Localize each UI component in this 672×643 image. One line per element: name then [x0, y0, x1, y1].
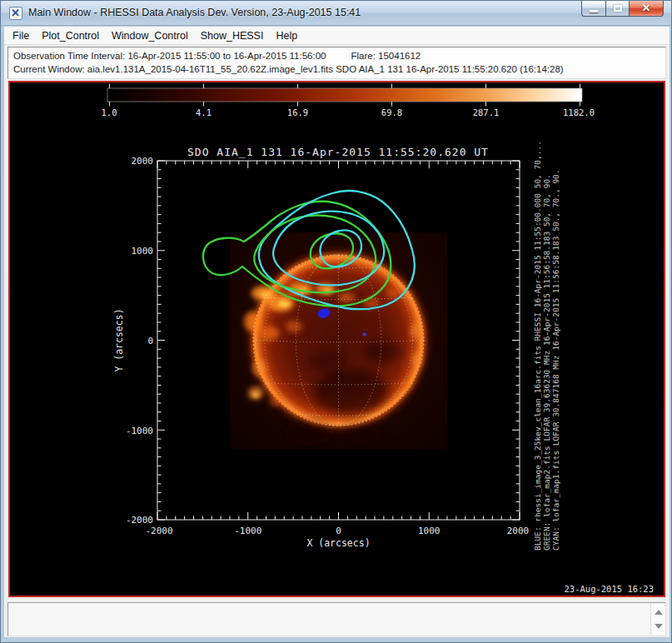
scroll-down-icon[interactable]	[655, 624, 663, 629]
app-icon	[9, 7, 22, 20]
x-axis-label: X (arcsecs)	[306, 537, 370, 549]
x-tick-label: 2000	[507, 526, 530, 536]
maximize-button[interactable]	[605, 1, 630, 17]
x-tick-label: 1000	[418, 526, 441, 536]
maximize-icon	[614, 5, 622, 12]
colorbar-label: 1182.0	[563, 107, 595, 117]
annotation-cyan: CYAN: lofar_map1.fits LOFAR 30.847168 MH…	[551, 169, 560, 551]
menu-plot-control[interactable]: Plot_Control	[42, 30, 99, 42]
minimize-button[interactable]	[581, 1, 605, 17]
colorbar-label: 287.1	[473, 107, 500, 117]
y-tick-label: -2000	[126, 515, 153, 526]
y-axis-label: Y (arcsecs)	[113, 308, 125, 371]
minimize-icon	[590, 10, 598, 12]
y-tick-label: 0	[147, 336, 153, 346]
x-tick-label: -1000	[234, 526, 261, 536]
annotation-green: GREEN: lofar_map2.fits LOFAR 39.636230 M…	[542, 174, 551, 551]
observation-interval-line: Observation Time Interval: 16-Apr-2015 1…	[13, 49, 660, 62]
message-box[interactable]	[7, 602, 666, 636]
menu-window-control[interactable]: Window_Control	[112, 30, 188, 42]
menu-bar: File Plot_Control Window_Control Show_HE…	[4, 27, 670, 45]
menu-help[interactable]: Help	[276, 30, 297, 42]
title-bar[interactable]: Main Window - RHESSI Data Analysis Dev. …	[1, 1, 671, 26]
plot-canvas[interactable]: 1.0 4.1 16.9 69.8 287.1 1182.0	[8, 81, 665, 597]
client-area: File Plot_Control Window_Control Show_HE…	[4, 27, 670, 637]
caption-buttons: ✕	[581, 1, 664, 17]
rhessi-blue-point	[363, 332, 366, 336]
close-icon: ✕	[630, 2, 663, 14]
menu-file[interactable]: File	[12, 30, 29, 42]
flare-id: Flare: 15041612	[351, 51, 421, 61]
menu-show-hessi[interactable]: Show_HESSI	[201, 30, 264, 42]
colorbar-label: 69.8	[381, 107, 402, 117]
x-tick-label: 0	[336, 526, 341, 536]
current-window-line: Current Window: aia.lev1.131A_2015-04-16…	[13, 62, 660, 76]
solar-plot: 1.0 4.1 16.9 69.8 287.1 1182.0	[10, 82, 664, 596]
message-scrollbar[interactable]	[650, 604, 665, 635]
colorbar-label: 1.0	[102, 107, 117, 117]
y-tick-label: -1000	[126, 426, 153, 436]
colorbar-label: 16.9	[287, 107, 308, 117]
y-tick-label: 1000	[132, 246, 154, 257]
colorbar: 1.0 4.1 16.9 69.8 287.1 1182.0	[102, 84, 595, 118]
colorbar-label: 4.1	[196, 107, 212, 117]
y-tick-label: 2000	[132, 156, 154, 167]
render-timestamp: 23-Aug-2015 16:23	[565, 584, 654, 594]
main-window: Main Window - RHESSI Data Analysis Dev. …	[0, 0, 672, 643]
scroll-up-icon[interactable]	[655, 610, 663, 615]
plot-title: SDO AIA_1 131 16-Apr-2015 11:55:20.620 U…	[187, 146, 489, 158]
info-panel: Observation Time Interval: 16-Apr-2015 1…	[7, 47, 666, 79]
close-button[interactable]: ✕	[630, 1, 664, 17]
x-tick-label: -2000	[145, 526, 172, 536]
annotation-blue: BLUE: rhessi_image_3_25kev_clean_16arc.f…	[533, 141, 542, 551]
window-title: Main Window - RHESSI Data Analysis Dev. …	[28, 7, 361, 18]
